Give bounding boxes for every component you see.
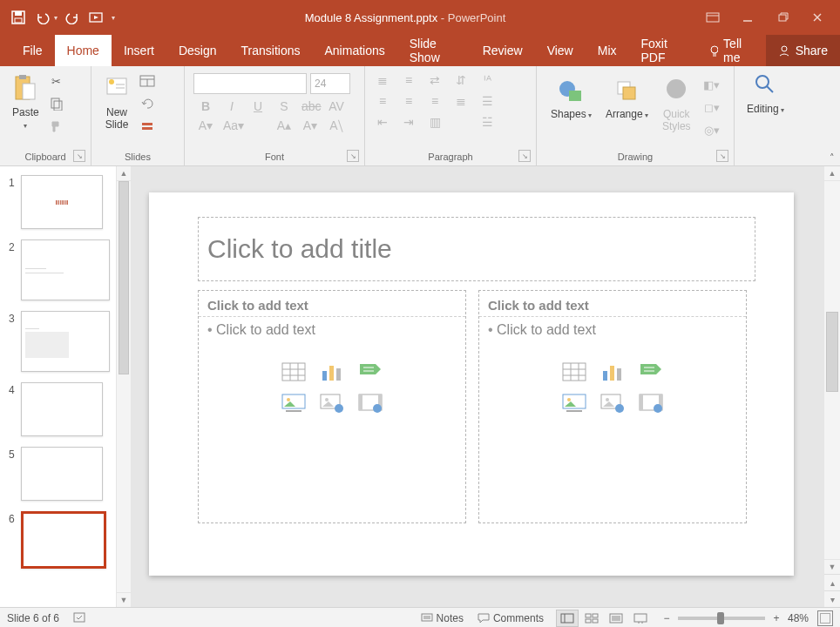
next-slide-icon[interactable]: ▾ bbox=[824, 590, 840, 607]
tab-review[interactable]: Review bbox=[471, 35, 535, 66]
align-left-button[interactable]: ≡ bbox=[374, 94, 391, 108]
align-text-button[interactable]: ☰ bbox=[478, 94, 496, 108]
tell-me-button[interactable]: Tell me bbox=[696, 35, 765, 66]
slideshow-view-icon[interactable] bbox=[629, 610, 652, 627]
previous-slide-icon[interactable]: ▴ bbox=[824, 574, 840, 590]
insert-video-icon[interactable] bbox=[354, 390, 387, 416]
start-from-beginning-icon[interactable] bbox=[87, 8, 106, 27]
editing-button[interactable]: Editing bbox=[742, 70, 789, 120]
zoom-out-button[interactable]: − bbox=[660, 612, 673, 624]
normal-view-icon[interactable] bbox=[556, 610, 579, 627]
increase-font-button[interactable]: A▴ bbox=[275, 118, 293, 133]
tab-view[interactable]: View bbox=[535, 35, 586, 66]
slide-indicator[interactable]: Slide 6 of 6 bbox=[7, 612, 59, 624]
cut-icon[interactable]: ✂ bbox=[48, 73, 65, 89]
zoom-slider[interactable] bbox=[678, 617, 765, 620]
thumbnail-slide-4[interactable]: 4 bbox=[9, 382, 127, 436]
slide-canvas[interactable]: Click to add title Click to add text Cli… bbox=[149, 192, 794, 576]
decrease-font-button[interactable]: A▾ bbox=[301, 118, 319, 133]
font-dialog-launcher[interactable]: ↘ bbox=[347, 150, 359, 162]
paste-dropdown[interactable] bbox=[24, 118, 27, 132]
scroll-up-icon[interactable]: ▲ bbox=[117, 166, 131, 181]
bold-button[interactable]: B bbox=[197, 99, 214, 113]
shapes-button[interactable]: Shapes bbox=[545, 73, 597, 125]
tab-mix[interactable]: Mix bbox=[586, 35, 629, 66]
reset-icon[interactable] bbox=[139, 96, 156, 111]
tab-animations[interactable]: Animations bbox=[312, 35, 396, 66]
notes-button[interactable]: Notes bbox=[414, 612, 471, 624]
reading-view-icon[interactable] bbox=[605, 610, 627, 627]
scrollbar-thumb[interactable] bbox=[826, 312, 838, 392]
layout-icon[interactable] bbox=[139, 73, 156, 89]
character-spacing-button[interactable]: AV bbox=[328, 99, 345, 113]
thumbnail-slide-1[interactable]: 1 ||||||||| bbox=[9, 175, 127, 229]
close-icon[interactable] bbox=[800, 0, 835, 35]
tab-home[interactable]: Home bbox=[55, 35, 112, 66]
tab-transitions[interactable]: Transitions bbox=[229, 35, 313, 66]
thumbnails-scrollbar[interactable]: ▲ ▼ bbox=[116, 166, 131, 607]
minimize-icon[interactable] bbox=[730, 0, 765, 35]
tab-design[interactable]: Design bbox=[166, 35, 229, 66]
share-button[interactable]: Share bbox=[766, 35, 840, 66]
shadow-button[interactable]: S bbox=[275, 99, 293, 113]
content-placeholder-left[interactable]: Click to add text Click to add text bbox=[198, 290, 466, 523]
paragraph-dialog-launcher[interactable]: ↘ bbox=[518, 150, 531, 162]
scroll-up-icon[interactable]: ▲ bbox=[824, 166, 840, 181]
paste-button[interactable]: Paste bbox=[7, 70, 44, 136]
collapse-ribbon-icon[interactable]: ˄ bbox=[830, 152, 835, 164]
insert-online-pictures-icon[interactable] bbox=[315, 390, 349, 416]
undo-dropdown[interactable]: ▾ bbox=[54, 14, 58, 22]
thumbnail-slide-2[interactable]: 2 ————————————————— bbox=[9, 239, 127, 300]
list-level-button[interactable]: ⇄ bbox=[426, 73, 444, 87]
insert-video-icon[interactable] bbox=[634, 390, 667, 416]
increase-indent-button[interactable]: ⇥ bbox=[400, 115, 417, 129]
text-direction-button[interactable]: ᴵᴬ bbox=[478, 73, 496, 87]
bullets-button[interactable]: ≣ bbox=[374, 73, 391, 87]
justify-button[interactable]: ≣ bbox=[452, 94, 470, 108]
section-icon[interactable] bbox=[139, 118, 156, 134]
canvas-scrollbar[interactable]: ▲ ▼ ▴ ▾ bbox=[823, 166, 840, 607]
columns-button[interactable]: ▥ bbox=[426, 115, 444, 129]
zoom-level[interactable]: 48% bbox=[788, 612, 809, 624]
tab-insert[interactable]: Insert bbox=[112, 35, 166, 66]
line-spacing-button[interactable]: ⇵ bbox=[452, 73, 470, 87]
zoom-in-button[interactable]: + bbox=[770, 612, 782, 624]
slide-sorter-view-icon[interactable] bbox=[580, 610, 603, 627]
insert-pictures-icon[interactable] bbox=[277, 390, 310, 416]
undo-icon[interactable] bbox=[33, 8, 52, 27]
font-size-input[interactable] bbox=[310, 73, 350, 94]
new-slide-button[interactable]: New Slide bbox=[98, 70, 135, 134]
shape-effects-button[interactable]: ◎▾ bbox=[703, 122, 721, 138]
insert-chart-icon[interactable] bbox=[596, 359, 629, 385]
zoom-slider-thumb[interactable] bbox=[717, 612, 724, 624]
copy-icon[interactable] bbox=[48, 96, 65, 111]
insert-table-icon[interactable] bbox=[277, 359, 310, 385]
content-placeholder-right[interactable]: Click to add text Click to add text bbox=[478, 290, 747, 523]
numbering-button[interactable]: ≡ bbox=[400, 73, 417, 87]
title-placeholder[interactable]: Click to add title bbox=[198, 217, 755, 281]
italic-button[interactable]: I bbox=[223, 99, 240, 113]
insert-chart-icon[interactable] bbox=[315, 359, 349, 385]
thumbnail-slide-6[interactable]: 6 bbox=[9, 511, 127, 569]
save-icon[interactable] bbox=[9, 8, 28, 27]
clipboard-dialog-launcher[interactable]: ↘ bbox=[73, 150, 85, 162]
tab-foxit[interactable]: Foxit PDF bbox=[629, 35, 697, 66]
scroll-down-icon[interactable]: ▼ bbox=[117, 592, 131, 607]
align-center-button[interactable]: ≡ bbox=[400, 94, 417, 108]
fit-to-window-icon[interactable] bbox=[817, 610, 833, 626]
clear-formatting-button[interactable]: A⧹ bbox=[328, 118, 345, 133]
quick-styles-button[interactable]: Quick Styles bbox=[657, 73, 696, 136]
drawing-dialog-launcher[interactable]: ↘ bbox=[716, 150, 728, 162]
restore-icon[interactable] bbox=[765, 0, 800, 35]
comments-button[interactable]: Comments bbox=[471, 612, 551, 624]
insert-pictures-icon[interactable] bbox=[558, 390, 591, 416]
shape-outline-button[interactable]: ◻▾ bbox=[703, 99, 721, 115]
spellcheck-icon[interactable] bbox=[73, 611, 87, 626]
change-case-button[interactable]: Aa▾ bbox=[223, 118, 240, 133]
insert-smartart-icon[interactable] bbox=[354, 359, 387, 385]
decrease-indent-button[interactable]: ⇤ bbox=[374, 115, 391, 129]
underline-button[interactable]: U bbox=[249, 99, 267, 113]
redo-icon[interactable] bbox=[63, 8, 82, 27]
insert-online-pictures-icon[interactable] bbox=[596, 390, 629, 416]
shape-fill-button[interactable]: ◧▾ bbox=[703, 77, 721, 92]
